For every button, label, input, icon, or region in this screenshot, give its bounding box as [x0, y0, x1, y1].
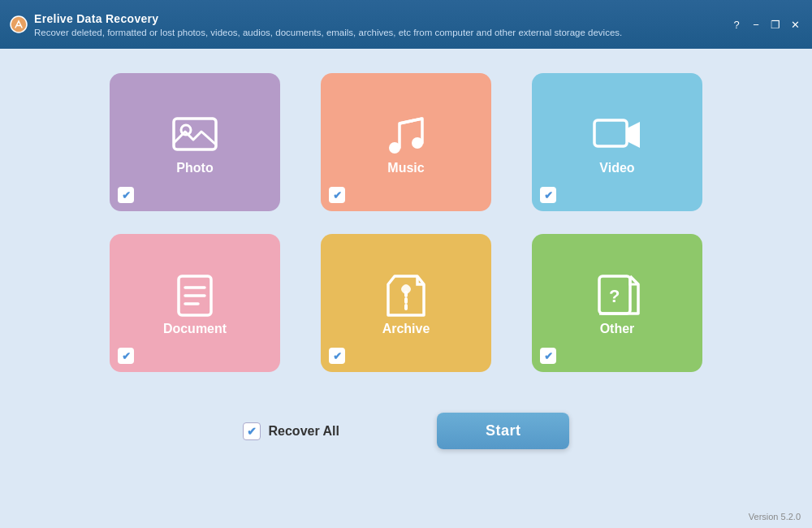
titlebar-text: Erelive Data Recovery Recover deleted, f…: [34, 12, 723, 37]
archive-checkbox[interactable]: [329, 348, 345, 364]
music-label: Music: [387, 161, 424, 175]
archive-icon: [380, 270, 432, 322]
recover-all-checkbox[interactable]: [243, 422, 261, 440]
minimize-button[interactable]: −: [749, 17, 763, 32]
video-icon: [591, 109, 643, 161]
restore-button[interactable]: ❐: [768, 17, 783, 32]
document-icon: [169, 270, 221, 322]
svg-rect-6: [594, 120, 627, 146]
version-label: Version 5.2.0: [749, 512, 801, 522]
svg-rect-1: [174, 119, 216, 149]
main-content: Photo Music Video: [0, 49, 812, 528]
music-checkbox[interactable]: [329, 187, 345, 203]
photo-checkbox[interactable]: [118, 187, 134, 203]
video-label: Video: [599, 161, 634, 175]
app-logo-icon: [10, 15, 28, 33]
other-checkbox[interactable]: [540, 348, 556, 364]
bottom-row: Recover All Start: [49, 413, 763, 449]
recover-all-check-icon: [247, 425, 257, 438]
video-checkbox[interactable]: [540, 187, 556, 203]
card-document[interactable]: Document: [110, 234, 280, 372]
app-subtitle: Recover deleted, formatted or lost photo…: [34, 28, 723, 37]
card-archive[interactable]: Archive: [321, 234, 491, 372]
other-check-icon: [544, 350, 553, 362]
help-button[interactable]: ?: [729, 17, 744, 32]
svg-line-3: [400, 119, 422, 123]
document-check-icon: [122, 350, 131, 362]
svg-point-5: [412, 137, 423, 149]
archive-check-icon: [333, 350, 342, 362]
svg-point-0: [11, 16, 27, 32]
document-checkbox[interactable]: [118, 348, 134, 364]
window-controls: ? − ❐ ✕: [729, 17, 802, 32]
card-other[interactable]: ? Other: [532, 234, 702, 372]
photo-label: Photo: [176, 161, 213, 175]
recover-all-container[interactable]: Recover All: [243, 422, 339, 440]
card-video[interactable]: Video: [532, 73, 702, 211]
svg-point-4: [389, 142, 400, 154]
photo-check-icon: [122, 189, 131, 201]
card-photo[interactable]: Photo: [110, 73, 280, 211]
card-music[interactable]: Music: [321, 73, 491, 211]
music-icon: [380, 109, 432, 161]
close-button[interactable]: ✕: [788, 17, 802, 32]
svg-text:?: ?: [609, 286, 620, 306]
titlebar: Erelive Data Recovery Recover deleted, f…: [0, 0, 812, 49]
app-title: Erelive Data Recovery: [34, 12, 723, 25]
photo-icon: [169, 109, 221, 161]
document-label: Document: [163, 322, 227, 336]
music-check-icon: [333, 189, 342, 201]
video-check-icon: [544, 189, 553, 201]
other-icon: ?: [591, 270, 643, 322]
start-button[interactable]: Start: [437, 413, 570, 449]
other-label: Other: [600, 322, 635, 336]
archive-label: Archive: [382, 322, 430, 336]
file-type-grid: Photo Music Video: [110, 73, 702, 372]
recover-all-label: Recover All: [269, 424, 339, 439]
